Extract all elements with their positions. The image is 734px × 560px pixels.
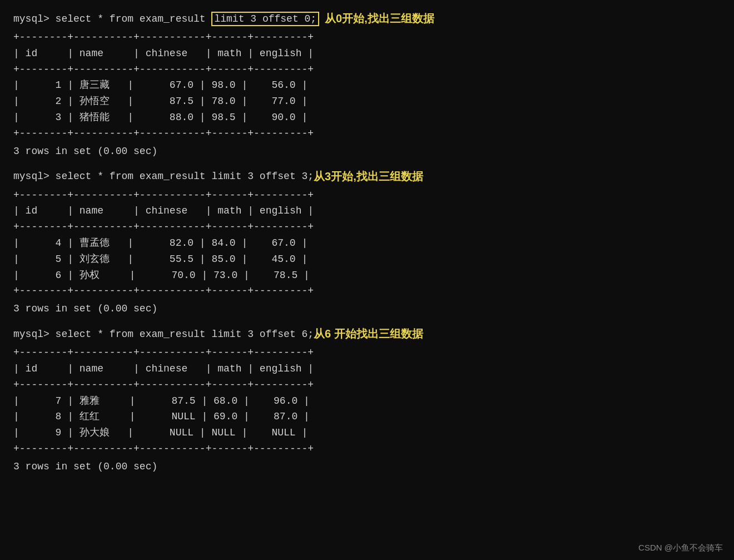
table-sep-header-3: +--------+----------+-----------+------+… <box>13 377 721 393</box>
result-3: 3 rows in set (0.00 sec) <box>13 459 721 474</box>
table-row-2-1: | 4 | 曹孟德 | 82.0 | 84.0 | 67.0 | <box>13 235 721 251</box>
table-2: +--------+----------+-----------+------+… <box>13 187 721 300</box>
table-sep-bottom-2: +--------+----------+-----------+------+… <box>13 283 721 299</box>
query-highlight-1: limit 3 offset 0; <box>211 12 319 26</box>
query-row-3: mysql> select * from exam_result limit 3… <box>13 326 721 341</box>
table-sep-bottom-3: +--------+----------+-----------+------+… <box>13 441 721 457</box>
section-2: mysql> select * from exam_result limit 3… <box>13 169 721 317</box>
table-sep-top-3: +--------+----------+-----------+------+… <box>13 345 721 361</box>
section-1: mysql> select * from exam_result limit 3… <box>13 11 721 159</box>
table-row-2-3: | 6 | 孙权 | 70.0 | 73.0 | 78.5 | <box>13 267 721 284</box>
table-sep-header-2: +--------+----------+-----------+------+… <box>13 219 721 235</box>
table-header-2: | id | name | chinese | math | english | <box>13 203 721 219</box>
table-row-2-2: | 5 | 刘玄德 | 55.5 | 85.0 | 45.0 | <box>13 251 721 267</box>
table-3: +--------+----------+-----------+------+… <box>13 345 721 457</box>
query-prompt-3: mysql> select * from exam_result limit 3… <box>13 329 314 340</box>
table-header-3: | id | name | chinese | math | english | <box>13 361 721 377</box>
result-1: 3 rows in set (0.00 sec) <box>13 144 721 159</box>
annotation-1: 从0开始,找出三组数据 <box>325 11 434 26</box>
table-row-1-3: | 3 | 猪悟能 | 88.0 | 98.5 | 90.0 | <box>13 110 721 126</box>
query-prompt-2: mysql> select * from exam_result limit 3… <box>13 171 314 182</box>
annotation-2: 从3开始,找出三组数据 <box>314 169 423 184</box>
table-sep-top-2: +--------+----------+-----------+------+… <box>13 187 721 204</box>
table-row-1-1: | 1 | 唐三藏 | 67.0 | 98.0 | 56.0 | <box>13 77 721 93</box>
query-row-1: mysql> select * from exam_result limit 3… <box>13 11 721 26</box>
table-sep-header-1: +--------+----------+-----------+------+… <box>13 62 721 78</box>
table-1: +--------+----------+-----------+------+… <box>13 29 721 142</box>
query-prompt-1: mysql> select * from exam_result <box>13 13 211 24</box>
result-2: 3 rows in set (0.00 sec) <box>13 301 721 316</box>
table-sep-bottom-1: +--------+----------+-----------+------+… <box>13 126 721 142</box>
section-3: mysql> select * from exam_result limit 3… <box>13 326 721 474</box>
table-header-1: | id | name | chinese | math | english | <box>13 46 721 62</box>
table-sep-top-1: +--------+----------+-----------+------+… <box>13 29 721 46</box>
table-row-3-1: | 7 | 雅雅 | 87.5 | 68.0 | 96.0 | <box>13 393 721 409</box>
annotation-3: 从6 开始找出三组数据 <box>314 326 423 341</box>
table-row-3-2: | 8 | 红红 | NULL | 69.0 | 87.0 | <box>13 409 721 425</box>
table-row-1-2: | 2 | 孙悟空 | 87.5 | 78.0 | 77.0 | <box>13 93 721 110</box>
watermark: CSDN @小鱼不会骑车 <box>638 543 723 553</box>
table-row-3-3: | 9 | 孙大娘 | NULL | NULL | NULL | <box>13 425 721 441</box>
query-row-2: mysql> select * from exam_result limit 3… <box>13 169 721 184</box>
